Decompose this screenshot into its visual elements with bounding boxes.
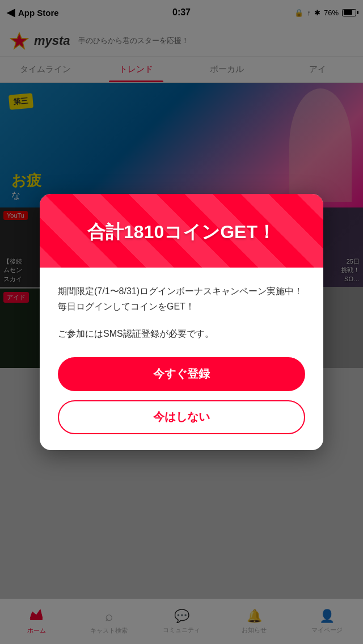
modal-body-text2: ご参加にはSMS認証登録が必要です。 — [58, 326, 305, 341]
modal-dialog: 合計1810コインGET！ 期間限定(7/1〜8/31)ログインボーナスキャンペ… — [40, 194, 323, 450]
modal-title: 合計1810コインGET！ — [87, 220, 276, 245]
modal-body: 期間限定(7/1〜8/31)ログインボーナスキャンペーン実施中！ 毎日ログインし… — [40, 268, 323, 450]
modal-body-text1: 期間限定(7/1〜8/31)ログインボーナスキャンペーン実施中！ 毎日ログインし… — [58, 283, 305, 314]
not-now-button[interactable]: 今はしない — [58, 400, 305, 434]
register-now-button[interactable]: 今すぐ登録 — [58, 357, 305, 391]
modal-overlay: 合計1810コインGET！ 期間限定(7/1〜8/31)ログインボーナスキャンペ… — [0, 0, 363, 644]
modal-header: 合計1810コインGET！ — [40, 194, 323, 268]
